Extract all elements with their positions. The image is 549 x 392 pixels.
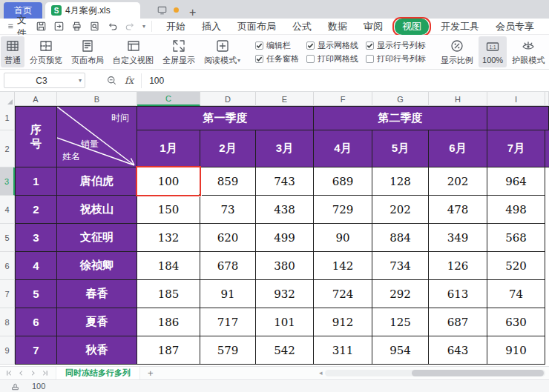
cell-F8[interactable]: 912	[314, 308, 372, 336]
checkbox-box[interactable]	[366, 41, 374, 50]
cell-E7[interactable]: 932	[256, 280, 314, 308]
formula-input[interactable]: 100	[141, 73, 549, 88]
row-header-6[interactable]: 6	[0, 252, 15, 280]
tab-preview-icon[interactable]	[157, 4, 168, 16]
cell-I5[interactable]: 568	[487, 224, 545, 252]
header-cell-month-3月[interactable]: 3月	[256, 130, 314, 167]
sheet-tab[interactable]: 同时冻结多行多列	[56, 367, 140, 380]
cell-D8[interactable]: 717	[200, 308, 256, 336]
cell-I4[interactable]: 498	[487, 196, 545, 224]
cell-G4[interactable]: 202	[372, 196, 429, 224]
cell-H4[interactable]: 478	[429, 196, 487, 224]
header-cell-quarter3-partial[interactable]	[487, 106, 549, 130]
checkbox-box[interactable]	[255, 41, 263, 50]
row-header-3[interactable]: 3	[0, 167, 15, 196]
cell-F7[interactable]: 724	[314, 280, 372, 308]
ribbon-button-页面布局[interactable]: 页面布局	[68, 36, 108, 67]
ribbon-button-100%[interactable]: 1:1100%	[479, 36, 507, 67]
ribbon-button-自定义视图[interactable]: 自定义视图	[109, 36, 157, 67]
row-header-4[interactable]: 4	[0, 196, 15, 224]
print-icon[interactable]	[71, 21, 82, 32]
menu-tab-会员专享[interactable]: 会员专享	[489, 19, 541, 35]
cell-H9[interactable]: 643	[429, 336, 487, 365]
cell-name-文征明[interactable]: 文征明	[57, 224, 137, 252]
cell-name-唐伯虎[interactable]: 唐伯虎	[57, 167, 137, 196]
select-all-corner[interactable]	[0, 92, 15, 106]
print-preview-icon[interactable]	[89, 21, 100, 32]
cell-E5[interactable]: 499	[256, 224, 314, 252]
cell-I7[interactable]: 74	[487, 280, 545, 308]
scrollbar-track[interactable]	[325, 370, 545, 376]
prev-sheet-icon[interactable]	[18, 370, 24, 376]
cell-no-2[interactable]: 2	[15, 196, 57, 224]
header-cell-month-6月[interactable]: 6月	[429, 130, 487, 167]
add-sheet-button[interactable]: +	[148, 368, 154, 379]
cell-no-7[interactable]: 7	[15, 336, 57, 365]
header-cell-diagonal[interactable]: 时间 销量 姓名	[57, 106, 137, 167]
cell-I8[interactable]: 630	[487, 308, 545, 336]
cell-E4[interactable]: 438	[256, 196, 314, 224]
cell-C7[interactable]: 185	[137, 280, 200, 308]
checkbox-打印行号列标[interactable]: 打印行号列标	[366, 53, 426, 64]
cell-C4[interactable]: 150	[137, 196, 200, 224]
cell-H3[interactable]: 202	[429, 167, 487, 196]
name-box[interactable]: C3 ▾	[4, 73, 85, 88]
cell-G8[interactable]: 125	[372, 308, 429, 336]
export-icon[interactable]	[53, 21, 65, 32]
row-header-7[interactable]: 7	[0, 280, 15, 308]
cell-E6[interactable]: 380	[256, 252, 314, 280]
ribbon-button-护眼模式[interactable]: 护眼模式	[508, 36, 548, 67]
first-sheet-icon[interactable]	[6, 370, 13, 376]
menu-tab-插入[interactable]: 插入	[195, 19, 228, 35]
menu-tab-视图[interactable]: 视图	[395, 19, 429, 35]
next-sheet-icon[interactable]	[30, 370, 36, 376]
cell-E3[interactable]: 743	[256, 167, 314, 196]
cell-I6[interactable]: 520	[487, 252, 545, 280]
cell-name-夏香[interactable]: 夏香	[57, 308, 137, 336]
cell-D5[interactable]: 620	[200, 224, 256, 252]
menu-tab-开始[interactable]: 开始	[160, 19, 192, 35]
cell-G3[interactable]: 128	[372, 167, 429, 196]
cell-D4[interactable]: 73	[200, 196, 256, 224]
menu-tab-页面布局[interactable]: 页面布局	[231, 19, 283, 35]
header-cell-month-4月[interactable]: 4月	[314, 130, 372, 167]
zoom-out-formula-icon[interactable]	[106, 75, 117, 86]
ribbon-button-显示比例[interactable]: 显示比例	[437, 36, 477, 67]
checkbox-打印网格线[interactable]: 打印网格线	[306, 53, 358, 64]
column-header-I[interactable]: I	[487, 92, 545, 106]
cell-no-6[interactable]: 6	[15, 308, 57, 336]
cell-C6[interactable]: 184	[137, 252, 200, 280]
cell-G6[interactable]: 734	[372, 252, 429, 280]
scrollbar-left-arrow-icon[interactable]: ◂	[319, 370, 323, 376]
header-cell-quarter2[interactable]: 第二季度	[314, 106, 487, 130]
menu-tab-数据[interactable]: 数据	[321, 19, 354, 35]
fx-icon[interactable]: fx	[125, 75, 134, 86]
cell-E8[interactable]: 101	[256, 308, 314, 336]
save-icon[interactable]	[36, 21, 47, 32]
undo-icon[interactable]	[107, 21, 118, 32]
cell-I3[interactable]: 964	[487, 167, 545, 196]
cell-no-1[interactable]: 1	[15, 167, 57, 196]
menu-tab-公式[interactable]: 公式	[286, 19, 318, 35]
header-cell-month-7月[interactable]: 7月	[487, 130, 545, 167]
header-cell-month-5月[interactable]: 5月	[372, 130, 429, 167]
row-header-5[interactable]: 5	[0, 224, 15, 252]
cell-name-秋香[interactable]: 秋香	[57, 336, 137, 365]
header-cell-month-2月[interactable]: 2月	[200, 130, 256, 167]
row-header-8[interactable]: 8	[0, 308, 15, 336]
cell-D6[interactable]: 678	[200, 252, 256, 280]
cell-no-5[interactable]: 5	[15, 280, 57, 308]
cell-F3[interactable]: 689	[314, 167, 372, 196]
cell-E9[interactable]: 542	[256, 336, 314, 365]
menu-tab-审阅[interactable]: 审阅	[357, 19, 389, 35]
fill-handle[interactable]	[198, 193, 202, 197]
cell-H7[interactable]: 613	[429, 280, 487, 308]
cell-F4[interactable]: 729	[314, 196, 372, 224]
checkbox-任务窗格[interactable]: 任务窗格	[255, 53, 299, 64]
name-box-dropdown-icon[interactable]: ▾	[79, 77, 82, 84]
ribbon-button-普通[interactable]: 普通	[1, 36, 24, 67]
cell-H5[interactable]: 349	[429, 224, 487, 252]
row-header-2[interactable]: 2	[0, 130, 15, 167]
row-header-9[interactable]: 9	[0, 336, 15, 365]
column-header-B[interactable]: B	[57, 92, 137, 106]
